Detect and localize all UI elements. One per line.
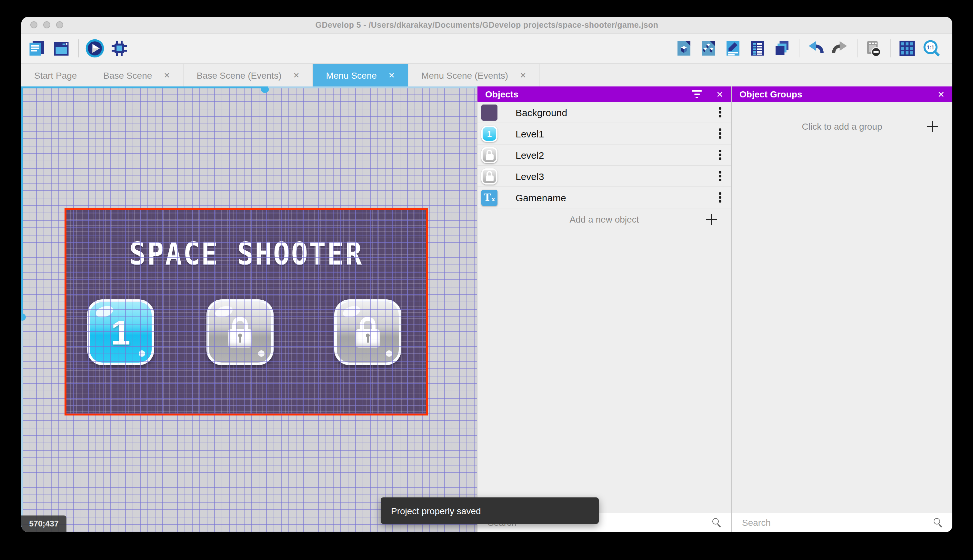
tab-menu-scene-events[interactable]: Menu Scene (Events) ✕ xyxy=(408,64,540,87)
instances-list-button[interactable] xyxy=(747,38,768,59)
cursor-coordinates-badge: 570;437 xyxy=(21,515,67,532)
tab-label: Menu Scene xyxy=(326,70,377,80)
object-menu-icon[interactable] xyxy=(716,193,725,203)
text-object-icon: Tx xyxy=(482,189,498,205)
toolbar-right-group: 1:1 xyxy=(674,38,946,59)
add-object-label: Add a new object xyxy=(570,214,639,225)
object-menu-icon[interactable] xyxy=(716,171,725,181)
groups-search-input[interactable] xyxy=(741,517,934,528)
play-icon xyxy=(85,39,105,58)
toggle-grid-button[interactable] xyxy=(897,38,918,59)
preview-window-button[interactable] xyxy=(51,38,72,59)
tab-label: Start Page xyxy=(34,70,77,80)
undo-button[interactable] xyxy=(805,38,826,59)
object-menu-icon[interactable] xyxy=(716,150,725,160)
close-window-button[interactable] xyxy=(30,21,37,28)
window-title: GDevelop 5 - /Users/dkarakay/Documents/G… xyxy=(315,20,658,29)
horizontal-scrollbar[interactable] xyxy=(21,87,477,88)
object-name: Background xyxy=(515,107,716,118)
editor-tabs: Start Page Base Scene ✕ Base Scene (Even… xyxy=(21,64,952,87)
play-preview-button[interactable] xyxy=(85,38,105,59)
groups-panel-header: Object Groups ✕ xyxy=(732,87,952,102)
level3-button-instance[interactable] xyxy=(334,299,402,365)
vertical-scrollbar-marker[interactable] xyxy=(21,313,26,321)
object-name: Level1 xyxy=(515,128,716,139)
title-bar: GDevelop 5 - /Users/dkarakay/Documents/G… xyxy=(21,17,952,33)
screenshot-stage: GDevelop 5 - /Users/dkarakay/Documents/G… xyxy=(0,0,973,560)
scene-background-instance[interactable]: SPACE SHOOTER 1 xyxy=(65,208,428,415)
search-icon xyxy=(712,518,722,527)
object-groups-panel: Object Groups ✕ Click to add a group xyxy=(732,87,952,532)
render-mask-button[interactable] xyxy=(863,38,884,59)
objects-panel-title: Objects xyxy=(485,89,692,99)
objects-panel-header: Objects ✕ xyxy=(478,87,731,102)
main-area: SPACE SHOOTER 1 xyxy=(21,87,952,532)
project-manager-button[interactable] xyxy=(27,38,47,59)
object-groups-editor-button[interactable] xyxy=(698,38,719,59)
horizontal-scrollbar-marker[interactable] xyxy=(261,88,269,93)
debug-chip-icon xyxy=(110,39,129,58)
filter-icon[interactable] xyxy=(692,90,702,98)
groups-panel-title: Object Groups xyxy=(740,89,938,99)
add-group-button[interactable]: Click to add a group xyxy=(732,113,952,139)
plus-icon[interactable] xyxy=(706,214,717,225)
properties-panel-button[interactable] xyxy=(723,38,743,59)
project-manager-icon xyxy=(27,39,47,58)
close-tab-icon[interactable]: ✕ xyxy=(163,71,170,80)
tab-base-scene-events[interactable]: Base Scene (Events) ✕ xyxy=(183,64,313,87)
tab-menu-scene[interactable]: Menu Scene ✕ xyxy=(313,64,408,87)
close-icon[interactable]: ✕ xyxy=(716,90,723,98)
tab-label: Base Scene (Events) xyxy=(197,70,281,80)
close-tab-icon[interactable]: ✕ xyxy=(520,71,526,80)
level2-object-icon xyxy=(482,147,498,163)
maximize-window-button[interactable] xyxy=(56,21,63,28)
objects-editor-icon xyxy=(674,39,694,58)
level1-object-icon: 1 xyxy=(482,125,498,142)
plus-icon[interactable] xyxy=(927,121,938,132)
search-icon xyxy=(934,518,943,527)
undo-icon xyxy=(806,39,825,58)
object-menu-icon[interactable] xyxy=(716,129,725,139)
level2-button-instance[interactable] xyxy=(207,299,273,365)
debugger-button[interactable] xyxy=(109,38,130,59)
vertical-scrollbar-thumb[interactable] xyxy=(21,87,23,318)
layers-editor-button[interactable] xyxy=(772,38,792,59)
object-menu-icon[interactable] xyxy=(716,107,725,117)
object-row-level1[interactable]: 1 Level1 xyxy=(478,123,731,145)
close-tab-icon[interactable]: ✕ xyxy=(388,71,395,80)
object-groups-icon xyxy=(699,39,718,58)
vertical-scrollbar[interactable] xyxy=(21,87,23,532)
close-icon[interactable]: ✕ xyxy=(938,90,945,98)
object-name: Level3 xyxy=(515,171,716,182)
level3-object-icon xyxy=(482,168,498,184)
toolbar-separator xyxy=(890,39,891,57)
object-row-level2[interactable]: Level2 xyxy=(478,145,731,166)
close-tab-icon[interactable]: ✕ xyxy=(293,71,299,80)
svg-text:1:1: 1:1 xyxy=(927,45,935,50)
level1-button-instance[interactable]: 1 xyxy=(87,299,154,365)
zoom-original-button[interactable]: 1:1 xyxy=(921,38,942,59)
tab-base-scene[interactable]: Base Scene ✕ xyxy=(90,64,183,87)
mask-minus-icon xyxy=(864,39,883,58)
tab-label: Menu Scene (Events) xyxy=(422,70,508,80)
instances-list-icon xyxy=(748,39,767,58)
redo-button[interactable] xyxy=(830,38,850,59)
grid-icon xyxy=(898,39,917,58)
background-object-icon xyxy=(482,104,498,120)
toolbar-separator xyxy=(799,39,800,57)
horizontal-scrollbar-thumb[interactable] xyxy=(21,87,268,88)
save-confirmation-snackbar: Project properly saved xyxy=(381,497,599,524)
redo-icon xyxy=(830,39,850,58)
layers-icon xyxy=(772,39,792,58)
scene-editor-canvas[interactable]: SPACE SHOOTER 1 xyxy=(21,87,477,532)
object-row-level3[interactable]: Level3 xyxy=(478,166,731,187)
object-name: Gamename xyxy=(515,192,716,203)
add-new-object-button[interactable]: Add a new object xyxy=(478,208,731,230)
tab-start-page[interactable]: Start Page xyxy=(21,64,90,87)
minimize-window-button[interactable] xyxy=(43,21,50,28)
object-row-gamename[interactable]: Tx Gamename xyxy=(478,187,731,208)
objects-editor-button[interactable] xyxy=(674,38,694,59)
object-row-background[interactable]: Background xyxy=(478,102,731,123)
traffic-lights xyxy=(30,21,63,28)
level1-digit: 1 xyxy=(111,312,130,352)
